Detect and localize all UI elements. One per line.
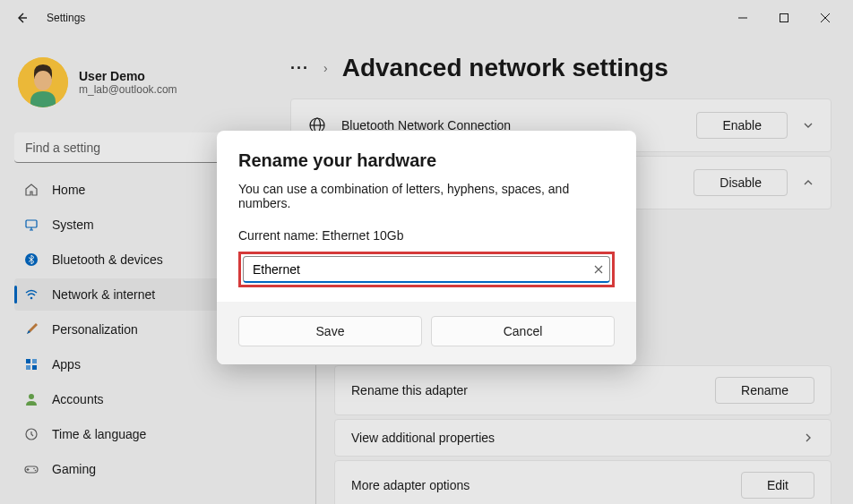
- rename-dialog: Rename your hardware You can use a combi…: [217, 131, 636, 364]
- dialog-current-name: Current name: Ethernet 10Gb: [238, 228, 615, 243]
- dialog-description: You can use a combination of letters, hy…: [238, 182, 615, 210]
- modal-overlay: Rename your hardware You can use a combi…: [0, 0, 853, 504]
- dialog-title: Rename your hardware: [238, 150, 615, 171]
- clear-input-button[interactable]: [594, 262, 603, 277]
- close-icon: [594, 265, 603, 274]
- dialog-actions: Save Cancel: [217, 302, 636, 364]
- dialog-input-highlight: [238, 252, 615, 287]
- save-button[interactable]: Save: [238, 316, 422, 346]
- rename-input[interactable]: [243, 256, 610, 283]
- cancel-button[interactable]: Cancel: [431, 316, 615, 346]
